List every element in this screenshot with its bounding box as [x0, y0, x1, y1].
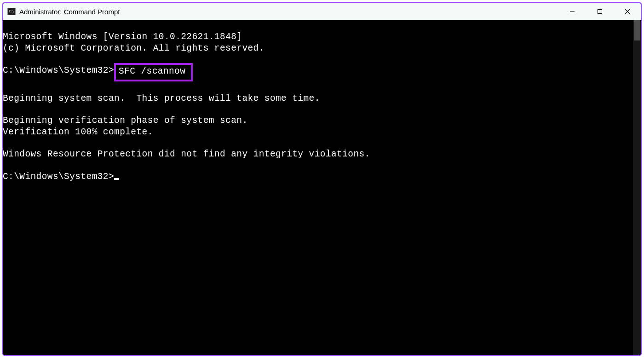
output-line: Beginning system scan. This process will…	[3, 93, 633, 104]
blank-line	[3, 54, 633, 65]
window-controls	[558, 3, 641, 20]
entered-command: SFC /scannow	[119, 66, 185, 76]
minimize-button[interactable]	[558, 3, 586, 20]
cursor	[114, 178, 119, 180]
prompt-path: C:\Windows\System32>	[3, 172, 114, 182]
scrollbar-thumb[interactable]	[634, 20, 640, 40]
window-title: Administrator: Command Prompt	[19, 8, 558, 16]
close-button[interactable]	[614, 3, 641, 20]
scrollbar-track[interactable]	[633, 20, 641, 355]
command-highlight: SFC /scannow	[114, 63, 193, 81]
maximize-button[interactable]	[586, 3, 614, 20]
prompt-line: C:\Windows\System32>	[3, 171, 633, 182]
output-line: Verification 100% complete.	[3, 127, 633, 138]
cmd-icon: C:\	[7, 8, 16, 15]
titlebar[interactable]: C:\ Administrator: Command Prompt	[3, 3, 641, 20]
prompt-line: C:\Windows\System32>SFC /scannow	[3, 65, 633, 81]
maximize-icon	[597, 9, 603, 14]
minimize-icon	[569, 9, 575, 14]
output-line: (c) Microsoft Corporation. All rights re…	[3, 43, 633, 54]
blank-line	[3, 104, 633, 115]
output-line: Windows Resource Protection did not find…	[3, 149, 633, 160]
svg-rect-1	[598, 10, 602, 14]
terminal-output[interactable]: Microsoft Windows [Version 10.0.22621.18…	[3, 20, 633, 355]
prompt-path: C:\Windows\System32>	[3, 65, 114, 76]
output-line: Beginning verification phase of system s…	[3, 115, 633, 126]
blank-line	[3, 160, 633, 171]
output-line: Microsoft Windows [Version 10.0.22621.18…	[3, 31, 633, 42]
blank-line	[3, 138, 633, 149]
blank-line	[3, 81, 633, 92]
command-prompt-window: C:\ Administrator: Command Prompt	[2, 2, 642, 356]
terminal-area: Microsoft Windows [Version 10.0.22621.18…	[3, 20, 641, 355]
close-icon	[625, 9, 630, 14]
